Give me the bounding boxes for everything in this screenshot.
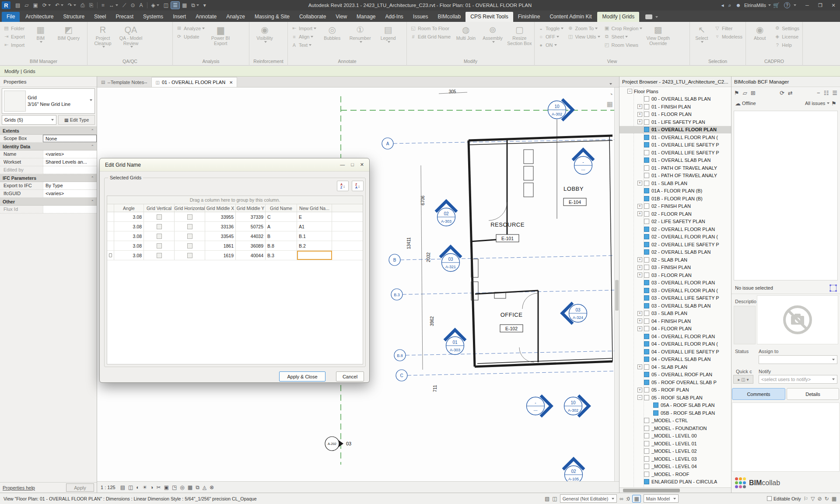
3d-view-icon[interactable]: ◈ xyxy=(150,2,161,9)
tab-issues[interactable]: Issues xyxy=(408,12,433,22)
section-ifc-parameters[interactable]: IFC Parameters⌃ xyxy=(0,174,97,182)
angle-cell[interactable]: 3.08 xyxy=(114,222,144,231)
select-underlay-icon[interactable]: ⊘ xyxy=(818,496,822,502)
apply-button[interactable]: Apply xyxy=(66,483,94,492)
tab-structure[interactable]: Structure xyxy=(58,12,89,22)
grid-middle-y-cell[interactable]: 50725 xyxy=(236,222,266,231)
property-value[interactable]: <varies> xyxy=(43,150,97,158)
tree-item[interactable]: −05 - ROOF SLAB PLAN xyxy=(620,394,731,402)
expand-icon[interactable]: + xyxy=(637,265,642,270)
tree-item[interactable]: 01 - OVERALL SLAB PLAN xyxy=(620,157,731,164)
update-button[interactable]: ⟳Update xyxy=(175,32,206,41)
grid-middle-y-cell[interactable]: 44032 xyxy=(236,231,266,241)
view-tab-active[interactable]: ◫01 - OVERALL FLOOR PLAN✕ xyxy=(152,77,238,87)
chevron-down-icon[interactable] xyxy=(768,4,771,6)
power-bi-export-button[interactable]: ▆Power BI Export xyxy=(207,23,234,57)
tree-item[interactable]: 02 - OVERALL FLOOR PLAN ( xyxy=(620,233,731,241)
tree-item[interactable]: −Floor Plans xyxy=(620,88,731,95)
tree-item[interactable]: +05 - ROOF PLAN xyxy=(620,386,731,394)
text-icon[interactable]: A xyxy=(138,2,145,9)
view-utils-button[interactable]: ◫View Utils xyxy=(566,32,601,41)
tree-item[interactable]: 01 - PATH OF TRAVEL ANALY xyxy=(620,164,731,172)
collapse-icon[interactable]: − xyxy=(817,90,820,96)
navigation-bar-icon[interactable]: ▦ xyxy=(607,101,613,108)
issue-filter-dropdown[interactable]: All issues xyxy=(805,101,825,106)
close-view-icon[interactable]: ✕ xyxy=(229,80,233,85)
temporary-hide-icon[interactable]: ◳ xyxy=(172,484,177,490)
tree-item[interactable]: +03 - FINISH PLAN xyxy=(620,264,731,272)
tree-item[interactable]: 01A - FLOOR PLAN (B) xyxy=(620,187,731,195)
grid-vertical-cell[interactable] xyxy=(144,231,175,241)
exclude-options-icon[interactable]: ⚐ xyxy=(804,496,808,502)
expand-icon[interactable]: + xyxy=(637,273,642,277)
export-button[interactable]: ⇥Export xyxy=(2,32,26,41)
restore-button[interactable]: ❐ xyxy=(814,0,827,10)
tree-item[interactable]: _MODEL - FOUNDATION xyxy=(620,424,731,432)
model-line-icon[interactable]: ⟋ xyxy=(121,2,128,9)
grid-vertical-cell[interactable] xyxy=(144,241,175,250)
tag-icon[interactable]: ⊙ xyxy=(129,2,137,9)
sheet-button[interactable]: ⧉Sheet xyxy=(602,32,644,41)
property-value[interactable] xyxy=(43,206,97,213)
about-button[interactable]: ◉About xyxy=(748,23,772,57)
bookmark-icon[interactable]: ⚑ xyxy=(734,90,739,96)
tree-item[interactable]: 05B - ROOF SLAB PLAN xyxy=(620,409,731,417)
worksharing-icon[interactable]: ▧ xyxy=(545,496,550,502)
close-button[interactable]: ✕ xyxy=(827,0,840,10)
expand-icon[interactable]: + xyxy=(637,204,642,209)
tab-file[interactable]: File xyxy=(2,12,20,22)
settings-button[interactable]: ⚙Settings xyxy=(773,24,801,32)
renumber-button[interactable]: ①Renumber xyxy=(346,23,374,57)
steering-wheel-icon[interactable]: ◔ xyxy=(609,91,613,98)
design-options-dropdown[interactable]: General (Not Editable) xyxy=(560,494,617,503)
notify-dropdown[interactable]: <select users to notify> xyxy=(759,375,837,384)
tab-insert[interactable]: Insert xyxy=(168,12,191,22)
tree-item[interactable]: 02 - OVERALL SLAB PLAN xyxy=(620,248,731,256)
grid-table-row[interactable]: 3.08161940044B.3 xyxy=(107,251,363,260)
tree-item[interactable]: 04 - OVERALL FLOOR PLAN ( xyxy=(620,340,731,348)
tree-item[interactable]: 05A - ROOF SLAB PLAN xyxy=(620,402,731,410)
column-header-6[interactable]: Grid Name xyxy=(266,204,297,212)
collapse-icon[interactable]: − xyxy=(627,89,632,94)
tree-item[interactable]: 04 - OVERALL LIFE SAFETY P xyxy=(620,348,731,356)
save-icon[interactable]: ▣ xyxy=(32,2,40,9)
project-cleanup-button[interactable]: RProject Cleanup xyxy=(89,23,116,57)
tab-massing-site[interactable]: Massing & Site xyxy=(250,12,294,22)
show-crop-icon[interactable]: ▣ xyxy=(164,484,169,490)
license-button[interactable]: ◈License xyxy=(773,32,801,41)
tree-item[interactable]: +01 - LIFE SAFETY PLAN xyxy=(620,118,731,126)
expand-icon[interactable]: + xyxy=(637,318,642,323)
aligned-dimension-icon[interactable]: ↔ xyxy=(107,2,120,9)
visual-style-icon[interactable]: ◐ xyxy=(136,484,139,490)
grid-horizontal-cell[interactable] xyxy=(175,231,205,241)
help-button[interactable]: ?Help xyxy=(773,41,801,49)
open-icon[interactable]: ▱ xyxy=(23,2,30,9)
collapse-icon[interactable]: − xyxy=(637,395,642,400)
analyze-button[interactable]: ⊞Analyze xyxy=(175,24,206,32)
property-value[interactable]: None xyxy=(43,135,97,142)
new-grid-name-cell[interactable]: B.2 xyxy=(297,241,332,250)
search-icon[interactable]: ⌕ xyxy=(728,2,732,8)
element-filter-dropdown[interactable]: Grids (5) xyxy=(2,115,56,125)
grid-vertical-cell[interactable] xyxy=(144,222,175,231)
group-by-banner[interactable]: Drag a column here to group by this colu… xyxy=(107,196,363,204)
resize-section-box-button[interactable]: ▢Resize Section Box xyxy=(507,23,532,57)
properties-help-link[interactable]: Properties help xyxy=(3,485,35,490)
redo-icon[interactable]: ↷ xyxy=(66,2,78,9)
workset-dropdown[interactable]: Main Model xyxy=(644,494,679,503)
bim-query-button[interactable]: ◩BIM Query xyxy=(55,23,82,57)
expand-icon[interactable]: + xyxy=(637,104,642,109)
view-scale-icon[interactable]: ▤ xyxy=(120,484,125,490)
tab-precast[interactable]: Precast xyxy=(111,12,138,22)
tree-item[interactable]: 03 - OVERALL SLAB PLAN xyxy=(620,302,731,310)
property-value[interactable]: <varies> xyxy=(43,190,97,197)
tree-item[interactable]: ENLARGED PLAN - CIRCULA xyxy=(620,478,731,486)
tree-item[interactable]: 02 - LIFE SAFETY PLAN xyxy=(620,218,731,226)
list-icon[interactable]: ☷ xyxy=(824,90,829,96)
zoom-to-button[interactable]: ⊕Zoom To xyxy=(566,24,601,32)
tab-finishline[interactable]: Finishline xyxy=(513,12,545,22)
property-value[interactable]: Shared Levels an... xyxy=(43,158,97,166)
grid-horizontal-cell[interactable] xyxy=(175,212,205,221)
tree-item[interactable]: _MODEL - LEVEL 00 xyxy=(620,432,731,440)
tree-item[interactable]: 05 - ROOF OVERALL SLAB P xyxy=(620,378,731,386)
